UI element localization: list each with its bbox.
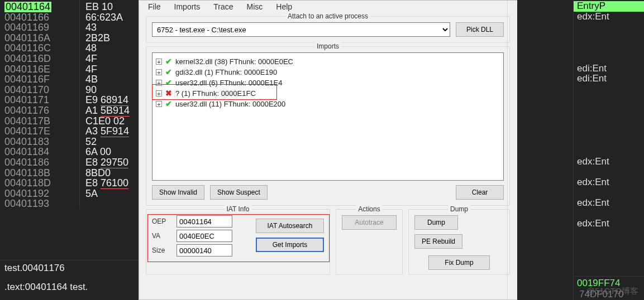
actions-legend: Actions	[356, 205, 382, 213]
bytes-row: 8BD0	[85, 167, 111, 178]
bytes-row: 2B2B	[85, 32, 110, 43]
reg-row: edx:Ent	[574, 177, 644, 188]
oep-input[interactable]	[176, 215, 232, 228]
attach-group: Attach to an active process 6752 - test.…	[146, 16, 510, 43]
address-row[interactable]: 00401193	[4, 198, 49, 209]
bytes-row: 52	[85, 136, 97, 147]
cross-icon: ✖	[165, 89, 172, 98]
actions-group: Actions Autotrace	[336, 209, 403, 275]
info-line-1: test.00401176	[4, 263, 135, 274]
clear-button[interactable]: Clear	[456, 185, 504, 200]
va-input[interactable]	[176, 230, 232, 242]
bytes-column: EB 10 66:623A 43 2B2B 48 4F 4F 4B 90 E9 …	[80, 0, 141, 199]
watermark: @51CTO博客	[586, 286, 638, 297]
show-invalid-button[interactable]: Show Invalid	[152, 185, 204, 200]
menu-misc[interactable]: Misc	[241, 1, 269, 13]
pe-rebuild-button[interactable]: PE Rebuild	[414, 234, 462, 249]
tree-node[interactable]: + ✔ user32.dll (11) FThunk: 0000E200	[155, 99, 501, 109]
address-row[interactable]: 00401192	[4, 188, 49, 199]
reg-row[interactable]: EntryP	[574, 1, 644, 12]
reg-row: edi:Ent	[574, 74, 644, 84]
tree-node[interactable]: + ✔ gdi32.dll (1) FThunk: 0000E190	[155, 67, 501, 78]
address-row[interactable]: 0040116C	[4, 42, 51, 54]
attach-legend: Attach to an active process	[285, 12, 370, 20]
info-line-2: .text:00401164 test.	[4, 282, 135, 293]
tree-node[interactable]: + ✖ ? (1) FThunk: 0000E1FC	[155, 88, 501, 99]
reg-row: edx:Ent	[574, 198, 644, 209]
address-row[interactable]: 00401186	[4, 157, 49, 168]
dump-group: Dump Dump PE Rebuild Fix Dump	[408, 209, 510, 275]
bytes-row: 4F	[85, 53, 97, 64]
address-row[interactable]: 0040116F	[4, 74, 50, 85]
get-imports-button[interactable]: Get Imports	[256, 238, 324, 252]
address-row[interactable]: 00401183	[4, 136, 49, 147]
reg-row: edx:Ent	[574, 157, 644, 167]
expand-icon[interactable]: +	[156, 59, 162, 65]
reg-row: edi:Ent	[574, 64, 644, 74]
reg-row: edx:Ent	[574, 219, 644, 229]
tree-label: kernel32.dll (38) FThunk: 0000E0EC	[175, 57, 293, 66]
iat-autosearch-button[interactable]: IAT Autosearch	[256, 219, 324, 233]
menu-trace[interactable]: Trace	[208, 1, 238, 13]
disasm-info-panel: test.00401176 .text:00401164 test.	[0, 260, 140, 300]
address-row[interactable]: 0040118B	[4, 167, 50, 178]
imports-tree[interactable]: + ✔ kernel32.dll (38) FThunk: 0000E0EC +…	[152, 52, 504, 181]
address-row[interactable]: 00401166	[4, 12, 49, 23]
check-icon: ✔	[165, 99, 172, 109]
bytes-row: 43	[85, 22, 97, 33]
expand-icon[interactable]: +	[156, 90, 162, 96]
address-row[interactable]: 0040116D	[4, 53, 51, 64]
check-icon: ✔	[165, 67, 172, 77]
va-label: VA	[152, 232, 173, 240]
bytes-row: 4F	[85, 64, 97, 75]
bytes-row: 66:623A	[85, 12, 123, 23]
autotrace-button: Autotrace	[342, 215, 397, 230]
dump-legend: Dump	[448, 205, 470, 213]
tree-node[interactable]: + ✔ kernel32.dll (38) FThunk: 0000E0EC	[155, 56, 501, 67]
menu-file[interactable]: File	[142, 1, 166, 13]
expand-icon[interactable]: +	[156, 80, 162, 86]
oep-label: OEP	[152, 217, 173, 225]
address-row[interactable]: 00401169	[4, 22, 49, 33]
pick-dll-button[interactable]: Pick DLL	[456, 22, 504, 37]
show-suspect-button[interactable]: Show Suspect	[210, 185, 268, 200]
size-input[interactable]	[176, 244, 232, 257]
iat-legend: IAT Info	[225, 205, 252, 213]
bytes-row: C1E0 02	[85, 115, 125, 127]
fix-dump-button[interactable]: Fix Dump	[428, 255, 490, 270]
tree-label: ? (1) FThunk: 0000E1FC	[175, 89, 256, 98]
check-icon: ✔	[165, 78, 172, 88]
registers-column: EntryP edx:Ent edi:Ent edi:Ent edx:Ent e…	[573, 0, 644, 300]
bytes-row: EB 10	[85, 1, 113, 12]
menubar: File Imports Trace Misc Help	[139, 1, 517, 13]
address-row[interactable]: 00401170	[4, 84, 49, 95]
address-row[interactable]: 00401164	[4, 2, 51, 12]
address-row[interactable]: 00401184	[4, 146, 49, 157]
tree-label: user32.dll (6) FThunk: 0000E1E4	[175, 78, 283, 88]
bytes-row: 90	[85, 84, 97, 95]
reg-row: edx:Ent	[574, 12, 644, 22]
address-column: 00401164 00401166 00401169 0040116A 0040…	[0, 0, 80, 209]
address-row[interactable]: 0040118D	[4, 177, 51, 188]
address-row[interactable]: 00401176	[4, 105, 49, 116]
process-dropdown[interactable]: 6752 - test.exe - C:\test.exe	[152, 22, 450, 37]
dump-button[interactable]: Dump	[414, 215, 458, 230]
scylla-dialog: File Imports Trace Misc Help Attach to a…	[139, 0, 517, 300]
menu-help[interactable]: Help	[270, 1, 298, 13]
address-row[interactable]: 0040116E	[4, 64, 50, 75]
bytes-row: 48	[85, 42, 97, 54]
menu-imports[interactable]: Imports	[169, 1, 206, 13]
bytes-row: 6A 00	[85, 146, 111, 157]
expand-icon[interactable]: +	[156, 69, 162, 75]
bytes-row: 5A	[85, 188, 98, 199]
address-row[interactable]: 0040117B	[4, 115, 50, 127]
check-icon: ✔	[165, 57, 172, 66]
address-row[interactable]: 00401171	[4, 94, 49, 105]
iat-info-group: IAT Info OEP VA Size IAT Autosearch Get …	[146, 209, 330, 275]
expand-icon[interactable]: +	[156, 101, 162, 107]
address-row[interactable]: 0040117E	[4, 125, 50, 137]
address-row[interactable]: 0040116A	[4, 32, 50, 43]
tree-node[interactable]: + ✔ user32.dll (6) FThunk: 0000E1E4	[155, 78, 501, 88]
tree-label: user32.dll (11) FThunk: 0000E200	[175, 99, 285, 109]
bytes-row: 4B	[85, 74, 98, 85]
